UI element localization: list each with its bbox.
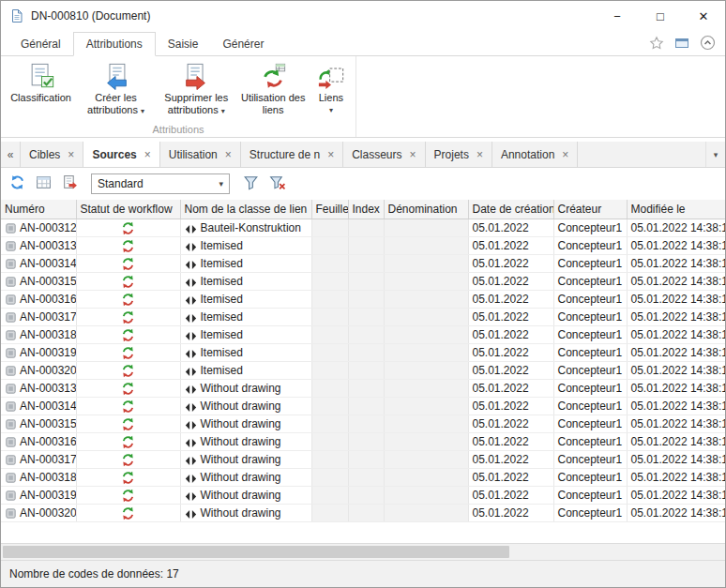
ribbon-button-label: Supprimer les attributions ▾ <box>157 92 236 117</box>
link-class-icon <box>185 453 197 466</box>
collapse-ribbon-icon[interactable] <box>700 35 716 51</box>
column-header-denomination[interactable]: Dénomination <box>384 200 468 219</box>
table-row[interactable]: AN-000313Without drawing05.01.2022Concep… <box>1 380 725 398</box>
table-row[interactable]: AN-000319Without drawing05.01.2022Concep… <box>1 487 725 505</box>
table-row[interactable]: AN-000315Without drawing05.01.2022Concep… <box>1 415 725 433</box>
horizontal-scrollbar[interactable] <box>1 543 725 561</box>
table-row[interactable]: AN-000317Without drawing05.01.2022Concep… <box>1 451 725 469</box>
tab-close-icon[interactable]: × <box>476 148 483 161</box>
view-select[interactable]: Standard ▾ <box>91 173 230 194</box>
tab-close-icon[interactable]: × <box>327 148 334 161</box>
tab-close-icon[interactable]: × <box>410 148 416 161</box>
favorite-star-icon[interactable] <box>649 36 664 51</box>
table-row[interactable]: AN-000320Itemised05.01.2022Concepteur105… <box>1 362 725 380</box>
cell-index <box>348 255 384 273</box>
cell-modifiee-le: 05.01.2022 14:38:11 <box>627 273 725 291</box>
panel-icon[interactable] <box>674 36 689 51</box>
cell-denomination <box>384 344 468 362</box>
cell-date-creation: 05.01.2022 <box>468 291 553 309</box>
tab-structure[interactable]: Structure de n× <box>241 142 343 167</box>
cell-feuille <box>311 344 348 362</box>
column-header-index[interactable]: Index <box>348 200 384 219</box>
views-button[interactable] <box>32 173 55 195</box>
table-row[interactable]: AN-000315Itemised05.01.2022Concepteur105… <box>1 273 725 291</box>
minimize-button[interactable]: − <box>596 1 639 31</box>
table-row[interactable]: AN-000320Without drawing05.01.2022Concep… <box>1 505 725 522</box>
tab-close-icon[interactable]: × <box>144 148 151 161</box>
workflow-status-icon <box>121 471 135 485</box>
link-usage-button[interactable]: Utilisation des liens <box>238 59 309 118</box>
cell-modifiee-le: 05.01.2022 14:38:11 <box>627 415 725 433</box>
scrollbar-thumb[interactable] <box>3 546 509 558</box>
cell-feuille <box>311 362 348 380</box>
cell-date-creation: 05.01.2022 <box>468 487 553 505</box>
filter-button[interactable] <box>239 173 263 195</box>
column-header-date-creation[interactable]: Date de création <box>468 200 553 219</box>
maximize-button[interactable]: □ <box>639 1 682 31</box>
table-header-row: Numéro Statut de workflow Nom de la clas… <box>1 200 725 219</box>
item-icon <box>5 239 17 252</box>
classification-button[interactable]: Classification <box>5 59 77 106</box>
ribbon-content: Classification Créer les attributions ▾ … <box>1 56 725 138</box>
tab-close-icon[interactable]: × <box>68 148 74 161</box>
column-header-createur[interactable]: Créateur <box>553 200 627 219</box>
table-row[interactable]: AN-000316Without drawing05.01.2022Concep… <box>1 433 725 451</box>
cell-createur: Concepteur1 <box>553 415 627 433</box>
tab-annotation[interactable]: Annotation× <box>492 142 578 167</box>
table-row[interactable]: AN-000314Without drawing05.01.2022Concep… <box>1 398 725 415</box>
tab-list-dropdown-button[interactable]: ▾ <box>705 142 725 167</box>
cell-statut <box>76 237 180 255</box>
tab-sources[interactable]: Sources× <box>83 142 159 167</box>
clear-filter-icon <box>269 174 285 193</box>
clear-filter-button[interactable] <box>265 173 289 195</box>
delete-attributions-button[interactable]: Supprimer les attributions ▾ <box>155 59 238 119</box>
links-button[interactable]: Liens ▾ <box>309 59 354 118</box>
column-header-numero[interactable]: Numéro <box>1 200 76 219</box>
cell-modifiee-le: 05.01.2022 14:38:11 <box>627 433 725 451</box>
tab-projets[interactable]: Projets× <box>426 142 492 167</box>
table-row[interactable]: AN-000318Without drawing05.01.2022Concep… <box>1 469 725 487</box>
export-button[interactable] <box>58 173 82 195</box>
cell-createur: Concepteur1 <box>553 380 627 398</box>
tab-cibles[interactable]: Cibles× <box>21 142 83 167</box>
table-row[interactable]: AN-000316Itemised05.01.2022Concepteur105… <box>1 291 725 309</box>
ribbon-tab-generer[interactable]: Générer <box>210 33 276 55</box>
close-button[interactable]: ✕ <box>682 1 725 31</box>
column-header-statut[interactable]: Statut de workflow <box>76 200 180 219</box>
cell-createur: Concepteur1 <box>553 487 627 505</box>
table-row[interactable]: AN-000313Itemised05.01.2022Concepteur105… <box>1 237 725 255</box>
cell-classe: Without drawing <box>180 469 311 487</box>
cell-index <box>348 469 384 487</box>
item-icon <box>5 489 17 502</box>
table-row[interactable]: AN-000319Itemised05.01.2022Concepteur105… <box>1 344 725 362</box>
tab-classeurs[interactable]: Classeurs× <box>343 142 425 167</box>
ribbon-tab-general[interactable]: Général <box>8 33 73 55</box>
tab-utilisation[interactable]: Utilisation× <box>160 142 241 167</box>
cell-modifiee-le: 05.01.2022 14:38:11 <box>627 362 725 380</box>
cell-modifiee-le: 05.01.2022 14:38:12 <box>627 255 725 273</box>
tab-close-icon[interactable]: × <box>225 148 232 161</box>
cell-numero: AN-000316 <box>1 291 76 309</box>
cell-denomination <box>384 487 468 505</box>
refresh-button[interactable] <box>6 173 29 195</box>
column-header-feuille[interactable]: Feuille <box>311 200 348 219</box>
ribbon-tab-attributions[interactable]: Attributions <box>73 32 156 56</box>
table-row[interactable]: AN-000314Itemised05.01.2022Concepteur105… <box>1 255 725 273</box>
column-header-classe[interactable]: Nom de la classe de lien <box>180 200 311 219</box>
cell-numero: AN-000320 <box>1 505 76 522</box>
cell-numero: AN-000313 <box>1 237 76 255</box>
cell-numero: AN-000313 <box>1 380 76 398</box>
table-row[interactable]: AN-000318Itemised05.01.2022Concepteur105… <box>1 326 725 344</box>
ribbon-tab-saisie[interactable]: Saisie <box>156 33 211 55</box>
tab-close-icon[interactable]: × <box>562 148 568 161</box>
cell-feuille <box>311 433 348 451</box>
column-header-modifiee-le[interactable]: Modifiée le <box>627 200 725 219</box>
tab-scroll-left-button[interactable]: « <box>1 142 21 167</box>
cell-date-creation: 05.01.2022 <box>468 273 553 291</box>
create-attributions-button[interactable]: Créer les attributions ▾ <box>77 59 155 119</box>
item-icon <box>5 257 17 270</box>
table-row[interactable]: AN-000317Itemised05.01.2022Concepteur105… <box>1 309 725 326</box>
table-row[interactable]: AN-000312Bauteil-Konstruktion05.01.2022C… <box>1 219 725 237</box>
status-bar: Nombre de codes de données: 17 <box>1 561 725 587</box>
cell-createur: Concepteur1 <box>553 291 627 309</box>
